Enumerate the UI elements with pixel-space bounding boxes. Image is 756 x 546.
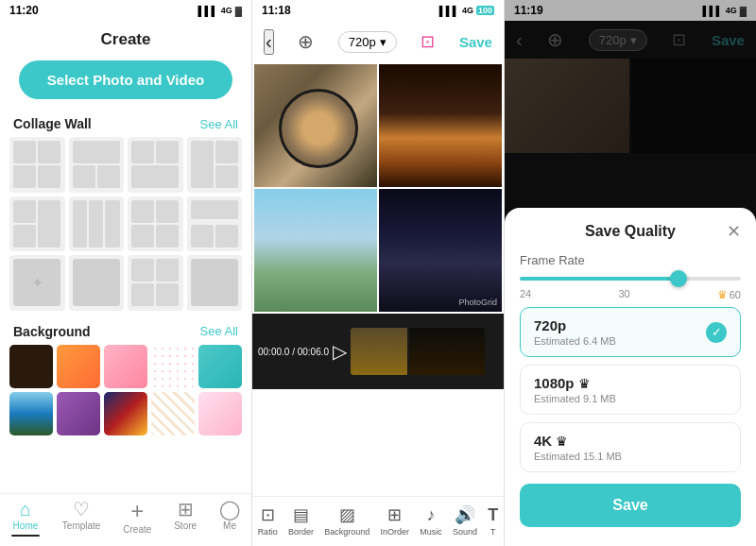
sound-icon: 🔊 <box>455 504 475 525</box>
background-grid <box>0 345 251 443</box>
share-icon[interactable]: ⊡ <box>421 31 435 52</box>
tool-music[interactable]: ♪ Music <box>420 505 442 537</box>
create-icon: + <box>130 500 144 522</box>
list-item[interactable] <box>151 345 195 388</box>
save-button[interactable]: Save <box>459 34 492 50</box>
status-icons-2: ▌▌▌ 4G 100 <box>439 6 494 16</box>
video-timeline: 00:00.0 / 00:06.0 ▷ <box>252 314 504 389</box>
timeline-track <box>351 328 498 375</box>
store-icon: ⊞ <box>178 500 194 519</box>
list-item[interactable] <box>9 137 65 193</box>
nav-me[interactable]: ◯ Me <box>219 500 240 537</box>
music-icon: ♪ <box>427 505 436 525</box>
list-item[interactable] <box>128 255 183 311</box>
list-item[interactable] <box>187 255 243 311</box>
quality-option-1080p[interactable]: 1080p ♛ Estimated 9.1 MB <box>520 365 741 415</box>
slider-track <box>520 277 741 281</box>
list-item[interactable] <box>151 392 195 435</box>
modal-close-button[interactable]: ✕ <box>727 221 741 242</box>
tool-background-label: Background <box>324 527 369 537</box>
tool-inorder-label: InOrder <box>381 527 410 537</box>
nav-home[interactable]: ⌂ Home <box>11 500 40 537</box>
editor-tools: ⊡ Ratio ▤ Border ▨ Background ⊞ InOrder … <box>252 496 504 546</box>
list-item[interactable] <box>128 137 183 193</box>
tool-sound[interactable]: 🔊 Sound <box>453 504 477 537</box>
modal-title: Save Quality <box>585 223 676 240</box>
list-item[interactable] <box>104 345 147 388</box>
list-item[interactable] <box>69 196 125 252</box>
stadium-image <box>379 189 502 312</box>
slider-thumb[interactable] <box>670 270 687 287</box>
nav-create[interactable]: + Create <box>123 500 151 537</box>
list-item[interactable] <box>187 196 243 252</box>
quality-label-720p: 720p <box>534 317 616 333</box>
quality-label-4k: 4K <box>534 433 552 449</box>
quality-label-row-4k: 4K ♛ <box>534 433 622 449</box>
tool-text-label: T <box>490 527 496 537</box>
nav-template[interactable]: ♡ Template <box>62 500 101 537</box>
collage-see-all[interactable]: See All <box>200 117 238 131</box>
list-item[interactable] <box>9 345 53 388</box>
crown-icon-slider: ♛ <box>717 288 728 301</box>
tool-inorder[interactable]: ⊞ InOrder <box>381 504 410 537</box>
list-item[interactable] <box>9 196 65 252</box>
list-item[interactable] <box>198 392 242 435</box>
tool-ratio[interactable]: ⊡ Ratio <box>258 504 278 537</box>
panel-save-quality: 11:19 ▌▌▌ 4G ▓ ‹ ⊕ 720p ▾ ⊡ Save Save Qu… <box>505 0 756 546</box>
background-section-header: Background See All <box>0 318 251 345</box>
play-button[interactable]: ▷ <box>333 340 347 363</box>
quality-option-4k[interactable]: 4K ♛ Estimated 15.1 MB <box>520 422 741 472</box>
panel-editor: 11:18 ▌▌▌ 4G 100 ‹ ⊕ 720p ▾ ⊡ Save Photo… <box>252 0 505 546</box>
frame-rate-slider-container: 24 30 ♛ 60 <box>520 277 741 301</box>
tool-background[interactable]: ▨ Background <box>324 504 369 537</box>
network-icon-1: 4G <box>221 6 232 15</box>
slider-max-label: ♛ 60 <box>717 288 741 301</box>
chevron-down-icon: ▾ <box>380 35 387 49</box>
nav-create-label: Create <box>123 524 151 535</box>
nav-store[interactable]: ⊞ Store <box>174 500 197 537</box>
nav-underline <box>11 535 40 537</box>
collage-section-title: Collage Wall <box>13 116 92 131</box>
page-title: Create <box>0 21 251 57</box>
resolution-label: 720p <box>349 35 376 49</box>
list-item[interactable] <box>9 392 53 435</box>
list-item[interactable] <box>187 137 243 193</box>
timeline-time-display: 00:00.0 / 00:06.0 <box>258 347 329 357</box>
background-see-all[interactable]: See All <box>200 324 238 338</box>
editor-toolbar: ‹ ⊕ 720p ▾ ⊡ Save <box>252 21 504 62</box>
list-item[interactable] <box>69 255 125 311</box>
resolution-selector[interactable]: 720p ▾ <box>338 31 397 53</box>
tool-border[interactable]: ▤ Border <box>288 504 314 537</box>
tower-image <box>254 189 377 312</box>
nav-home-label: Home <box>13 520 39 531</box>
list-item[interactable] <box>69 137 125 193</box>
list-item[interactable]: ✦ <box>9 255 65 311</box>
quality-info-4k: 4K ♛ Estimated 15.1 MB <box>534 433 622 462</box>
slider-labels: 24 30 ♛ 60 <box>520 288 741 301</box>
list-item[interactable] <box>57 392 100 435</box>
list-item[interactable] <box>104 392 147 435</box>
watermark-label: PhotoGrid <box>458 298 497 307</box>
quality-option-720p[interactable]: 720p Estimated 6.4 MB ✓ <box>520 307 741 357</box>
list-item[interactable] <box>198 345 242 388</box>
quality-size-720p: Estimated 6.4 MB <box>534 335 616 347</box>
border-icon: ▤ <box>293 504 309 525</box>
slider-min-label: 24 <box>520 288 531 301</box>
quality-info-720p: 720p Estimated 6.4 MB <box>534 317 616 347</box>
check-icon-720p: ✓ <box>706 322 727 343</box>
inorder-icon: ⊞ <box>387 504 402 525</box>
collage-section-header: Collage Wall See All <box>0 111 251 137</box>
media-cell-food <box>254 64 377 187</box>
quality-label-1080p: 1080p <box>534 375 575 391</box>
modal-save-button[interactable]: Save <box>520 484 741 527</box>
tool-music-label: Music <box>420 527 442 537</box>
list-item[interactable] <box>57 345 100 388</box>
status-bar-2: 11:18 ▌▌▌ 4G 100 <box>252 0 504 21</box>
track-thumbnail-1 <box>351 328 407 375</box>
layers-icon[interactable]: ⊕ <box>298 30 314 53</box>
status-bar-1: 11:20 ▌▌▌ 4G ▓ <box>0 0 251 21</box>
tool-text[interactable]: T T <box>488 505 498 537</box>
back-button[interactable]: ‹ <box>264 29 274 55</box>
list-item[interactable] <box>128 196 183 252</box>
select-photo-video-button[interactable]: Select Photo and Video <box>19 60 232 99</box>
